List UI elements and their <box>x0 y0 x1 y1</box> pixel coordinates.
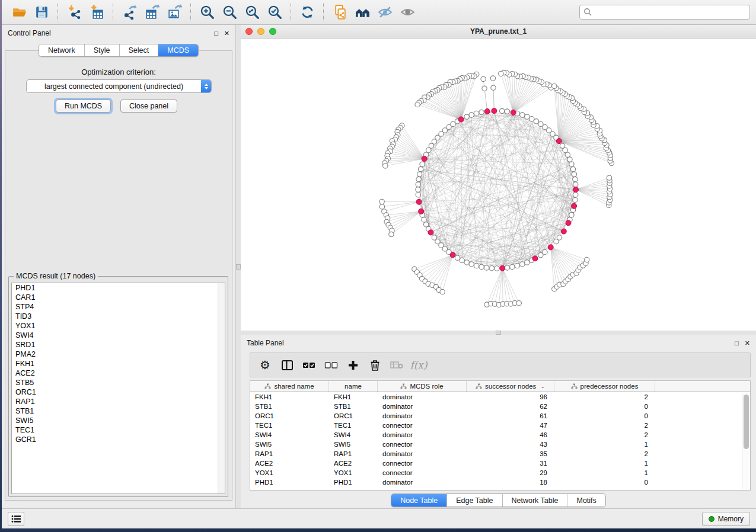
column-header-MCDS-role[interactable]: MCDS role <box>378 381 467 392</box>
zoom-out-icon[interactable] <box>219 2 240 23</box>
mcds-result-item[interactable]: SRD1 <box>12 340 225 350</box>
tab-select[interactable]: Select <box>120 44 159 56</box>
splitter-grip[interactable] <box>496 331 501 335</box>
table-scrollbar-thumb[interactable] <box>744 395 749 449</box>
import-network-icon[interactable] <box>64 2 84 23</box>
float-panel-icon[interactable]: □ <box>214 30 218 37</box>
open-session-icon[interactable] <box>9 2 29 23</box>
zoom-fit-icon[interactable] <box>242 2 262 23</box>
table-cell: 1 <box>554 460 655 467</box>
table-options-icon[interactable]: ⚙ <box>256 356 274 374</box>
tab-style[interactable]: Style <box>85 44 120 56</box>
refresh-icon[interactable] <box>297 2 317 23</box>
mcds-result-item[interactable]: SWI5 <box>12 416 225 425</box>
mcds-result-item[interactable]: ACE2 <box>12 368 225 378</box>
mcds-result-item[interactable]: STB1 <box>12 406 225 416</box>
table-cell: connector <box>378 422 467 429</box>
memory-button[interactable]: Memory <box>702 512 750 526</box>
table-panel: Table Panel □ ✕ ⚙ <box>241 335 756 508</box>
zoom-selected-icon[interactable] <box>264 2 285 23</box>
column-header-predecessor-nodes[interactable]: predecessor nodes <box>554 381 655 392</box>
export-image-icon[interactable] <box>164 2 184 23</box>
table-cell: YOX1 <box>250 469 329 476</box>
status-bar: Memory <box>2 508 756 528</box>
mcds-result-item[interactable]: YOX1 <box>12 321 225 331</box>
mcds-result-item[interactable]: PHD1 <box>12 283 225 293</box>
show-all-icon[interactable] <box>397 2 417 23</box>
table-row[interactable]: PHD1PHD1dominator180 <box>250 477 750 487</box>
optimization-criterion-label: Optimization criterion: <box>2 68 235 76</box>
tab-node-table[interactable]: Node Table <box>391 494 447 507</box>
mcds-result-item[interactable]: SWI4 <box>12 331 225 340</box>
column-header-name[interactable]: name <box>329 381 378 392</box>
table-cell: connector <box>378 460 467 467</box>
export-table-icon[interactable] <box>142 2 162 23</box>
save-session-icon[interactable] <box>31 2 52 23</box>
table-row[interactable]: FKH1FKH1dominator962 <box>250 392 750 402</box>
table-cell: connector <box>378 469 467 476</box>
table-cell: SWI5 <box>329 441 378 448</box>
tab-mcds[interactable]: MCDS <box>158 44 198 56</box>
run-mcds-button[interactable]: Run MCDS <box>56 100 111 113</box>
column-header-successor-nodes[interactable]: successor nodes⌄ <box>467 381 554 392</box>
close-panel-icon[interactable]: ✕ <box>224 30 229 37</box>
tab-network-table[interactable]: Network Table <box>503 494 568 507</box>
table-cell: ACE2 <box>329 460 378 467</box>
table-row[interactable]: RAP1RAP1dominator352 <box>250 449 750 459</box>
import-table-icon[interactable] <box>87 2 107 23</box>
mcds-result-item[interactable]: TEC1 <box>12 425 225 435</box>
close-panel-icon[interactable]: ✕ <box>745 340 750 347</box>
table-row[interactable]: ORC1ORC1dominator610 <box>250 411 750 421</box>
table-row[interactable]: YOX1YOX1connector291 <box>250 468 750 477</box>
table-row[interactable]: TEC1TEC1connector472 <box>250 421 750 430</box>
mcds-result-group: MCDS result (17 nodes) PHD1CAR1STP4TID3Y… <box>8 276 228 497</box>
table-cell: YOX1 <box>329 469 378 476</box>
splitter-grip[interactable] <box>236 264 241 270</box>
mcds-result-item[interactable]: STP4 <box>12 302 225 312</box>
copy-network-icon[interactable] <box>330 2 350 23</box>
float-panel-icon[interactable]: □ <box>735 340 739 347</box>
table-row[interactable]: SWI4SWI4dominator462 <box>250 430 750 440</box>
zoom-in-icon[interactable] <box>197 2 217 23</box>
mcds-result-item[interactable]: TID3 <box>12 312 225 321</box>
mcds-result-item[interactable]: CAR1 <box>12 293 225 302</box>
table-cell: 0 <box>554 403 655 410</box>
export-network-icon[interactable] <box>119 2 139 23</box>
select-all-rows-icon[interactable] <box>300 356 318 374</box>
table-cell: 2 <box>554 450 655 457</box>
show-graphics-details-icon[interactable] <box>352 2 372 23</box>
table-cell: 96 <box>467 393 554 400</box>
vertical-splitter[interactable] <box>236 25 241 508</box>
table-row[interactable]: SWI5SWI5connector431 <box>250 440 750 449</box>
search-box <box>579 5 750 20</box>
tab-edge-table[interactable]: Edge Table <box>447 494 502 507</box>
mcds-result-item[interactable]: PMA2 <box>12 350 225 359</box>
mcds-list-scrollbar[interactable] <box>218 283 225 493</box>
column-header-shared-name[interactable]: shared name <box>250 381 329 392</box>
hide-selected-icon[interactable] <box>375 2 395 23</box>
criterion-select[interactable]: largest connected component (undirected) <box>26 79 212 93</box>
close-panel-button[interactable]: Close panel <box>120 100 177 113</box>
mcds-result-item[interactable]: GCR1 <box>12 435 225 444</box>
horizontal-splitter[interactable] <box>241 331 756 335</box>
search-input[interactable] <box>579 5 750 20</box>
mcds-result-item[interactable]: ORC1 <box>12 387 225 397</box>
add-column-icon[interactable] <box>344 356 362 374</box>
table-scrollbar[interactable] <box>742 393 749 489</box>
unselect-all-rows-icon[interactable] <box>322 356 340 374</box>
tab-motifs[interactable]: Motifs <box>567 494 605 507</box>
mcds-result-item[interactable]: STB5 <box>12 378 225 387</box>
tab-network[interactable]: Network <box>39 44 85 56</box>
task-history-icon[interactable] <box>8 512 24 526</box>
column-selector-icon[interactable] <box>278 356 296 374</box>
table-cell: SWI4 <box>329 431 378 438</box>
table-row[interactable]: STB1STB1dominator620 <box>250 402 750 411</box>
mcds-result-item[interactable]: FKH1 <box>12 359 225 368</box>
network-canvas[interactable] <box>241 39 756 331</box>
mcds-result-item[interactable]: RAP1 <box>12 397 225 406</box>
main-toolbar <box>2 0 756 25</box>
table-row[interactable]: ACE2ACE2connector311 <box>250 459 750 468</box>
mcds-result-list: PHD1CAR1STP4TID3YOX1SWI4SRD1PMA2FKH1ACE2… <box>11 283 225 494</box>
delete-columns-icon[interactable] <box>366 356 384 374</box>
table-cell: 62 <box>467 403 554 410</box>
